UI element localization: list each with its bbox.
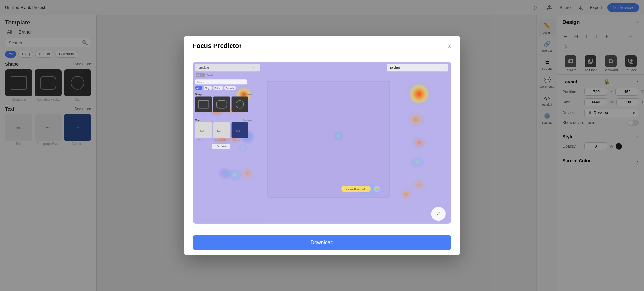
svg-text:See more: See more bbox=[217, 145, 227, 148]
svg-point-32 bbox=[239, 166, 256, 180]
svg-text:How can I help you?: How can I help you? bbox=[345, 188, 365, 190]
svg-text:Paragraph Bla...: Paragraph Bla... bbox=[214, 139, 229, 141]
svg-rect-13 bbox=[268, 82, 389, 197]
svg-text:Brand: Brand bbox=[207, 74, 213, 76]
svg-point-27 bbox=[332, 130, 345, 142]
svg-text:Button: Button bbox=[214, 87, 221, 90]
svg-text:Caption...: Caption... bbox=[233, 139, 242, 141]
svg-point-29 bbox=[400, 189, 412, 200]
heatmap-svg: ⤢ Template × All Brand Search All Blog bbox=[193, 62, 451, 224]
svg-point-26 bbox=[411, 178, 427, 191]
svg-text:Shape: Shape bbox=[195, 93, 203, 96]
svg-text:Text: Text bbox=[200, 130, 204, 132]
svg-text:Design: Design bbox=[390, 66, 400, 69]
focus-predictor-modal: Focus Predictor × bbox=[184, 36, 460, 255]
svg-point-22 bbox=[406, 81, 432, 107]
svg-point-34 bbox=[237, 144, 250, 153]
svg-point-24 bbox=[411, 136, 427, 149]
svg-rect-56 bbox=[213, 97, 230, 112]
modal-body: ⤢ Template × All Brand Search All Blog bbox=[184, 55, 460, 230]
svg-text:Text: Text bbox=[198, 139, 202, 141]
svg-point-25 bbox=[408, 155, 426, 169]
svg-text:×: × bbox=[252, 66, 254, 69]
modal-overlay[interactable]: Focus Predictor × bbox=[0, 0, 644, 291]
modal-close-button[interactable]: × bbox=[448, 43, 451, 49]
heatmap-container: ⤢ Template × All Brand Search All Blog bbox=[193, 62, 451, 224]
svg-text:Text: Text bbox=[217, 130, 221, 132]
modal-footer: Download bbox=[184, 230, 460, 255]
download-button[interactable]: Download bbox=[193, 235, 451, 250]
svg-rect-55 bbox=[195, 97, 212, 112]
svg-text:Circle: Circle bbox=[234, 113, 239, 115]
svg-text:All: All bbox=[197, 74, 200, 76]
svg-point-23 bbox=[406, 112, 425, 128]
svg-rect-68 bbox=[232, 122, 248, 138]
svg-text:See more: See more bbox=[243, 119, 253, 121]
modal-header: Focus Predictor × bbox=[184, 36, 460, 55]
svg-text:Rounded Rec...: Rounded Rec... bbox=[213, 113, 228, 115]
svg-text:Blog: Blog bbox=[205, 87, 209, 90]
svg-text:Search: Search bbox=[197, 81, 205, 84]
modal-title: Focus Predictor bbox=[193, 42, 242, 50]
svg-text:Text: Text bbox=[236, 130, 240, 132]
svg-text:Text: Text bbox=[195, 119, 200, 121]
svg-text:😊: 😊 bbox=[376, 188, 379, 191]
svg-rect-57 bbox=[232, 97, 248, 112]
svg-text:Calendar: Calendar bbox=[226, 87, 235, 90]
svg-rect-67 bbox=[213, 122, 230, 138]
svg-text:Rectangl...: Rectangl... bbox=[198, 113, 208, 116]
svg-text:All: All bbox=[196, 87, 199, 90]
svg-text:Template: Template bbox=[197, 66, 209, 69]
svg-text:⤢: ⤢ bbox=[437, 211, 440, 217]
svg-text:×: × bbox=[445, 66, 447, 69]
svg-text:See more: See more bbox=[243, 93, 253, 95]
